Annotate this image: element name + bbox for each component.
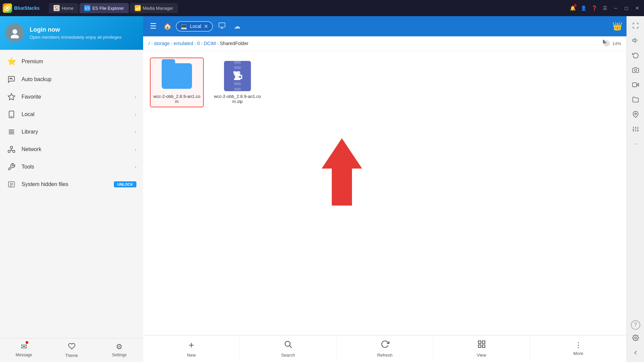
sep3: › (194, 41, 196, 46)
breadcrumb-sharedfolder: SharedFolder (220, 41, 249, 46)
help-button[interactable]: ❓ (590, 4, 598, 12)
message-button[interactable]: ✉ Message (0, 338, 48, 362)
refresh-button[interactable]: Refresh (336, 335, 433, 362)
svg-marker-1 (6, 7, 9, 9)
svg-rect-32 (482, 345, 485, 348)
sidebar-item-premium-label: Premium (22, 59, 43, 65)
new-icon: + (189, 340, 194, 351)
folder-icon-wrap (160, 61, 194, 91)
zip-icon: 🗜 (224, 61, 251, 91)
disk-usage-percent: 14% (612, 41, 621, 46)
svg-rect-36 (632, 83, 637, 87)
bs-back-button[interactable] (629, 346, 642, 359)
bs-record-button[interactable] (629, 78, 642, 92)
bs-screenshot-button[interactable] (629, 63, 642, 77)
view-button[interactable]: View (433, 335, 530, 362)
svg-rect-30 (482, 341, 485, 343)
title-bar: BlueStacks 🏠 Home ES ES File Explorer 📁 … (0, 0, 644, 16)
disk-usage-icon (603, 40, 610, 47)
bs-more-options-button[interactable]: ··· (629, 137, 642, 151)
breadcrumb-root[interactable]: / (149, 41, 150, 46)
bs-help-button[interactable]: ? (631, 320, 640, 330)
toolbar-tab3[interactable]: ☁ (231, 21, 243, 32)
bs-rotation-button[interactable] (629, 48, 642, 62)
svg-point-37 (635, 113, 636, 115)
close-button[interactable]: ✕ (633, 4, 641, 12)
sidebar-item-favorite-label: Favorite (22, 94, 41, 100)
tabs-area: 🏠 Home ES ES File Explorer 📁 Media Manag… (49, 3, 569, 13)
avatar (5, 24, 24, 42)
svg-point-47 (635, 337, 636, 339)
bluestacks-icon (3, 3, 12, 13)
tab-es-file-explorer[interactable]: ES ES File Explorer (79, 3, 129, 13)
zip-icon-wrap: 🗜 (221, 61, 254, 91)
bluestacks-sidebar: ··· ? (626, 16, 644, 362)
file-item-folder[interactable]: wcc-2-obb_2.8.9-an1.com (150, 58, 204, 107)
more-button[interactable]: ⋮ More (530, 335, 626, 362)
bs-location-button[interactable] (629, 108, 642, 121)
bs-gear-button[interactable] (629, 331, 642, 345)
toolbar-tab2[interactable] (216, 21, 228, 32)
local-tab[interactable]: 💻 Local ✕ (176, 21, 213, 32)
breadcrumb-storage[interactable]: storage (154, 41, 170, 46)
toolbar-crown[interactable]: 👑 (612, 22, 622, 31)
es-toolbar: ☰ 🏠 💻 Local ✕ ☁ 👑 (143, 16, 626, 36)
svg-point-27 (285, 341, 290, 346)
toolbar-home-button[interactable]: 🏠 (162, 21, 173, 32)
login-subtitle: Open members immediately enjoy all privi… (30, 35, 121, 40)
breadcrumb-dcim[interactable]: DCIM (204, 41, 216, 46)
local-tab-close[interactable]: ✕ (204, 23, 208, 30)
view-icon (477, 340, 486, 351)
red-arrow (318, 135, 365, 209)
sidebar-item-library-label: Library (22, 129, 38, 135)
view-label: View (477, 353, 486, 358)
file-item-zip[interactable]: 🗜 wcc-2-obb_2.8.9-an1.com.zip (211, 58, 264, 107)
sep5: › (217, 41, 219, 46)
sidebar-item-autobackup[interactable]: Auto backup (0, 71, 143, 88)
sidebar-item-premium[interactable]: ⭐ Premium (0, 52, 143, 71)
svg-rect-13 (10, 146, 12, 148)
tab-mm-label: Media Manager (143, 6, 173, 11)
unlock-badge[interactable]: UNLOCK (114, 181, 136, 187)
network-icon (7, 145, 16, 153)
sidebar-item-tools[interactable]: Tools › (0, 158, 143, 176)
bs-folder-button[interactable] (629, 93, 642, 106)
sep2: › (171, 41, 172, 46)
notifications-button[interactable]: 🔔 (569, 4, 577, 12)
tab-media-manager[interactable]: 📁 Media Manager (130, 3, 178, 13)
svg-rect-31 (478, 345, 481, 348)
more-label: More (573, 351, 583, 356)
es-main-content: ☰ 🏠 💻 Local ✕ ☁ 👑 (143, 16, 626, 362)
bs-controls-button[interactable] (629, 122, 642, 136)
sidebar-item-local[interactable]: Local › (0, 106, 143, 123)
toolbar-menu-button[interactable]: ☰ (147, 21, 159, 32)
breadcrumb-0[interactable]: 0 (197, 41, 200, 46)
breadcrumb-emulated[interactable]: emulated (174, 41, 193, 46)
sidebar-item-network[interactable]: Network › (0, 141, 143, 158)
sidebar-item-favorite[interactable]: Favorite › (0, 88, 143, 106)
local-chevron: › (135, 112, 136, 117)
message-icon: ✉ (21, 342, 27, 351)
new-button[interactable]: + New (143, 335, 240, 362)
settings-button[interactable]: ⚙ Settings (95, 338, 143, 362)
more-icon: ⋮ (575, 341, 582, 349)
tab-home-label: Home (62, 6, 73, 11)
minimize-button[interactable]: ─ (612, 4, 620, 12)
account-button[interactable]: 👤 (579, 4, 587, 12)
maximize-button[interactable]: ◻ (622, 4, 631, 12)
bs-volume-button[interactable] (629, 34, 642, 47)
tab-home[interactable]: 🏠 Home (49, 3, 78, 13)
sidebar-item-systemhidden[interactable]: System hidden files UNLOCK (0, 176, 143, 193)
bs-fullscreen-button[interactable] (629, 19, 642, 32)
new-label: New (187, 353, 196, 358)
sidebar-item-library[interactable]: Library › (0, 123, 143, 141)
search-button[interactable]: Search (240, 335, 336, 362)
sidebar-nav: ⭐ Premium Auto backup (0, 50, 143, 338)
theme-button[interactable]: Theme (48, 338, 96, 362)
theme-label: Theme (65, 353, 78, 358)
menu-button[interactable]: ☰ (601, 4, 609, 12)
tools-chevron: › (135, 164, 136, 170)
folder-name: wcc-2-obb_2.8.9-an1.com (153, 94, 200, 104)
sidebar-header[interactable]: Login now Open members immediately enjoy… (0, 16, 143, 50)
local-tab-label: Local (190, 24, 201, 29)
